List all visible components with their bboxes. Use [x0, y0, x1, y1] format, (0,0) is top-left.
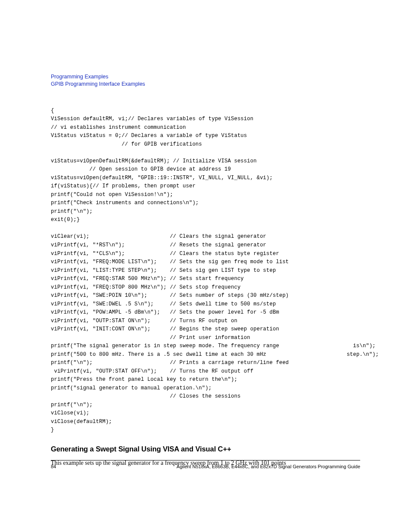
page-number: 84 [51, 464, 56, 469]
page-header: Programming Examples GPIB Programming In… [51, 73, 360, 88]
code-listing: { ViSession defaultRM, vi;// Declares va… [51, 107, 360, 435]
header-line-2: GPIB Programming Interface Examples [51, 81, 360, 88]
page: Programming Examples GPIB Programming In… [0, 0, 411, 532]
footer-guide-title: Agilent N518xA, E8663B, E44x8C, and E82x… [177, 464, 360, 469]
section-heading: Generating a Swept Signal Using VISA and… [51, 445, 360, 453]
header-line-1: Programming Examples [51, 73, 360, 81]
page-footer: 84 Agilent N518xA, E8663B, E44x8C, and E… [51, 460, 360, 469]
